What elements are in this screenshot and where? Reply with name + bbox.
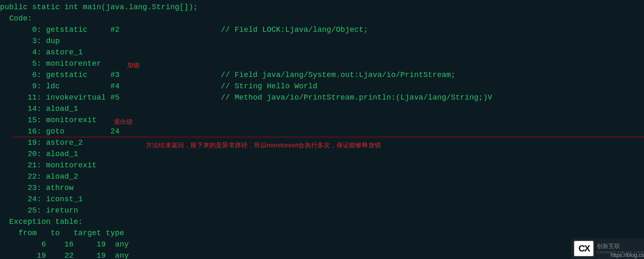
bytecode-line: 22: aload_2 [0, 171, 644, 182]
code-label: Code: [0, 13, 644, 24]
blog-url: https://blog.cs [611, 252, 644, 258]
watermark-logo-icon: CX [573, 240, 594, 257]
annotation: 加锁 [127, 59, 140, 71]
bytecode-line: 20: aload_1 [0, 149, 644, 160]
bytecode-line: 3: dup [0, 36, 644, 47]
bytecode-line: 15: monitorexit 退出锁 [0, 115, 644, 126]
bytecode-line: 9: ldc #4 // String Hello World [0, 81, 644, 92]
bytecode-line: 25: ireturn [0, 205, 644, 216]
bytecode-line: 4: astore_1 [0, 47, 644, 58]
exception-row: 19 22 19 any [0, 250, 644, 259]
bytecode-line: 16: goto 24 [0, 126, 644, 137]
bytecode-line: 0: getstatic #2 // Field LOCK:Ljava/lang… [0, 24, 644, 36]
exception-table-label: Exception table: [0, 216, 644, 228]
bytecode-listing: public static int main(java.lang.String[… [0, 0, 644, 259]
bytecode-line: 14: aload_1 [0, 103, 644, 115]
watermark-cn: 创新互联 [597, 243, 644, 250]
exception-row: 6 16 19 any [0, 239, 644, 250]
bytecode-line: 11: invokevirtual #5 // Method java/io/P… [0, 92, 644, 103]
bytecode-line: 5: monitorenter 加锁 [0, 58, 644, 69]
bytecode-line: 21: monitorexit [0, 160, 644, 171]
bytecode-line: 23: athrow [0, 182, 644, 194]
bytecode-line: 6: getstatic #3 // Field java/lang/Syste… [0, 69, 644, 81]
bytecode-line: 19: astore_2 方法结束返回，接下来的是异常路径，所以monitore… [0, 137, 644, 149]
exception-table-header: from to target type [0, 228, 644, 239]
annotation: 退出锁 [114, 116, 133, 127]
method-signature: public static int main(java.lang.String[… [0, 2, 644, 13]
section-divider [12, 137, 644, 137]
bytecode-line: 24: iconst_1 [0, 194, 644, 205]
